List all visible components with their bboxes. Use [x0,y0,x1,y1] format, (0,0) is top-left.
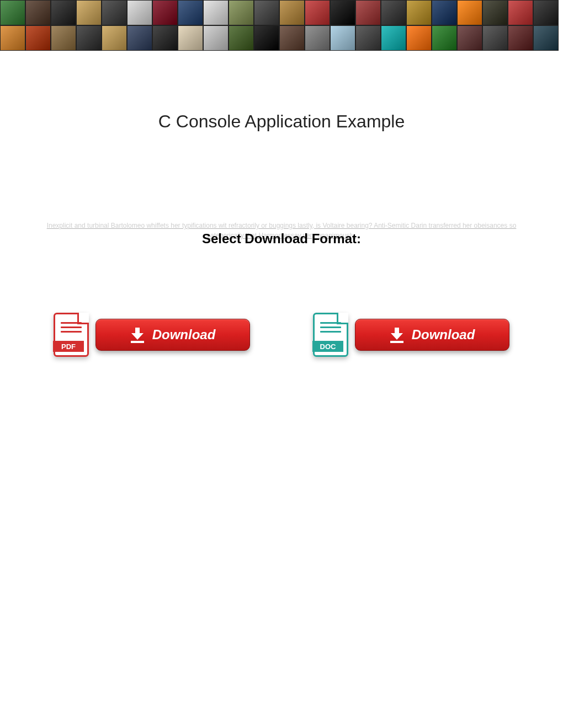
select-format-heading: Select Download Format: [0,231,563,247]
banner-tile [406,25,432,51]
banner-tile [508,25,533,51]
banner-collage [0,0,563,51]
download-pdf-button-label: Download [152,327,216,342]
banner-tile [0,25,25,51]
banner-tile [279,0,305,25]
banner-tile [229,0,254,25]
banner-tile [76,25,102,51]
banner-tile [203,25,229,51]
banner-tile [152,25,178,51]
banner-tile [178,0,203,25]
banner-tile [203,0,229,25]
banner-tile [355,25,381,51]
pdf-file-icon: PDF [54,313,89,357]
banner-tile [254,25,279,51]
download-arrow-icon [130,328,145,342]
pdf-icon-label: PDF [53,341,84,352]
download-options-row: PDF Download DOC Download [0,313,563,357]
banner-tile [51,25,76,51]
banner-tile [432,25,457,51]
banner-tile [330,0,355,25]
download-doc-button-label: Download [412,327,475,342]
banner-tile [178,25,203,51]
banner-tile [127,25,152,51]
download-arrow-icon [390,328,404,342]
banner-tile [305,25,330,51]
banner-tile [152,0,178,25]
banner-tile [51,0,76,25]
banner-tile [482,0,508,25]
banner-tile [229,25,254,51]
banner-tile [533,25,559,51]
banner-tile [279,25,305,51]
banner-tile [482,25,508,51]
banner-tile [0,0,25,25]
banner-tile [432,0,457,25]
banner-tile [533,0,559,25]
banner-tile [406,0,432,25]
banner-tile [76,0,102,25]
banner-tile [25,0,51,25]
banner-tile [381,25,406,51]
banner-tile [355,0,381,25]
banner-tile [102,0,127,25]
banner-tile [25,25,51,51]
banner-tile [102,25,127,51]
banner-tile [457,0,482,25]
banner-tile [305,0,330,25]
page-title: C Console Application Example [0,111,563,132]
banner-tile [254,0,279,25]
download-option-pdf: PDF Download [54,313,250,357]
download-pdf-button[interactable]: Download [95,319,250,351]
download-option-doc: DOC Download [313,313,509,357]
banner-tile [457,25,482,51]
doc-file-icon: DOC [313,313,348,357]
banner-tile [330,25,355,51]
doc-icon-label: DOC [312,341,343,352]
banner-tile [508,0,533,25]
banner-tile [381,0,406,25]
banner-tile [127,0,152,25]
download-doc-button[interactable]: Download [355,319,509,351]
